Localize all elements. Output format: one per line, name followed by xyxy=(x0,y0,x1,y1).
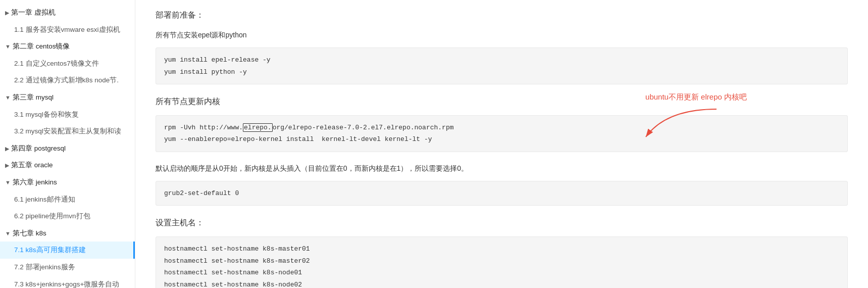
sidebar-item-label: 第一章 虚拟机 xyxy=(11,9,56,16)
sidebar-item-label: 6.1 jenkins邮件通知 xyxy=(14,196,75,203)
sidebar-item-ch1[interactable]: ▶第一章 虚拟机 xyxy=(0,4,135,21)
desc-epel: 所有节点安装epel源和python xyxy=(156,29,848,41)
sidebar-item-ch3[interactable]: ▼第三章 mysql xyxy=(0,89,135,106)
code-block-hostname: hostnamectl set-hostname k8s-master01 ho… xyxy=(156,236,848,288)
sidebar-item-label: 1.1 服务器安装vmware esxi虚拟机 xyxy=(14,26,120,33)
chevron-icon: ▶ xyxy=(5,145,9,154)
sidebar-item-ch7-2[interactable]: 7.2 部署jenkins服务 xyxy=(0,259,135,276)
chevron-icon: ▶ xyxy=(5,161,9,170)
annotation-text: ubuntu不用更新 elrepo 内核吧 xyxy=(645,92,747,102)
sidebar-item-ch7-1[interactable]: 7.1 k8s高可用集群搭建 xyxy=(0,242,135,259)
sidebar-item-label: 第四章 postgresql xyxy=(11,145,66,152)
sidebar-item-label: 2.2 通过镜像方式新增k8s node节. xyxy=(14,76,119,84)
code-block-kernel: rpm -Uvh http://www.elrepo.org/elrepo-re… xyxy=(156,115,848,152)
sidebar-item-ch7-3[interactable]: 7.3 k8s+jenkins+gogs+微服务自动 xyxy=(0,276,135,289)
sidebar-item-label: 7.3 k8s+jenkins+gogs+微服务自动 xyxy=(14,280,119,288)
sidebar-item-ch7[interactable]: ▼第七章 k8s xyxy=(0,225,135,242)
sidebar-item-label: 第五章 oracle xyxy=(11,161,53,169)
sidebar-item-label: 7.1 k8s高可用集群搭建 xyxy=(14,246,86,254)
code-block-grub: grub2-set-default 0 xyxy=(156,181,848,206)
code-block-epel: yum install epel-release -y yum install … xyxy=(156,47,848,84)
chevron-icon: ▼ xyxy=(5,93,11,103)
sidebar: ▶第一章 虚拟机1.1 服务器安装vmware esxi虚拟机▼第二章 cent… xyxy=(0,0,135,288)
main-content: 部署前准备： 所有节点安装epel源和python yum install ep… xyxy=(135,0,868,288)
sidebar-item-ch5[interactable]: ▶第五章 oracle xyxy=(0,157,135,174)
title-hostname: 设置主机名： xyxy=(156,218,848,228)
sidebar-item-label: 第七章 k8s xyxy=(13,229,46,237)
sidebar-item-ch2-2[interactable]: 2.2 通过镜像方式新增k8s node节. xyxy=(0,72,135,89)
sidebar-item-ch2-1[interactable]: 2.1 自定义centos7镜像文件 xyxy=(0,55,135,72)
sidebar-item-ch4[interactable]: ▶第四章 postgresql xyxy=(0,140,135,157)
sidebar-item-ch1-1[interactable]: 1.1 服务器安装vmware esxi虚拟机 xyxy=(0,21,135,38)
desc-boot-order: 默认启动的顺序是从0开始，新内核是从头插入（目前位置在0，而新内核是在1），所以… xyxy=(156,162,848,175)
sidebar-item-ch6-1[interactable]: 6.1 jenkins邮件通知 xyxy=(0,191,135,208)
sidebar-item-ch6[interactable]: ▼第六章 jenkins xyxy=(0,174,135,191)
sidebar-item-label: 3.1 mysql备份和恢复 xyxy=(14,111,79,118)
title-prep: 部署前准备： xyxy=(156,10,848,21)
sidebar-item-ch2[interactable]: ▼第二章 centos镜像 xyxy=(0,38,135,55)
chevron-icon: ▶ xyxy=(5,9,9,18)
sidebar-item-ch3-1[interactable]: 3.1 mysql备份和恢复 xyxy=(0,106,135,123)
sidebar-item-label: 第六章 jenkins xyxy=(13,178,57,186)
chevron-icon: ▼ xyxy=(5,42,11,52)
sidebar-item-label: 3.2 mysql安装配置和主从复制和读 xyxy=(14,127,121,135)
sidebar-item-ch3-2[interactable]: 3.2 mysql安装配置和主从复制和读 xyxy=(0,123,135,140)
sidebar-item-label: 第二章 centos镜像 xyxy=(13,42,70,50)
chevron-icon: ▼ xyxy=(5,229,11,238)
sidebar-item-label: 第三章 mysql xyxy=(13,93,54,101)
chevron-icon: ▼ xyxy=(5,178,11,187)
sidebar-item-ch6-2[interactable]: 6.2 pipeline使用mvn打包 xyxy=(0,208,135,225)
sidebar-item-label: 7.2 部署jenkins服务 xyxy=(14,263,75,271)
sidebar-item-label: 6.2 pipeline使用mvn打包 xyxy=(14,212,90,220)
sidebar-item-label: 2.1 自定义centos7镜像文件 xyxy=(14,60,99,67)
